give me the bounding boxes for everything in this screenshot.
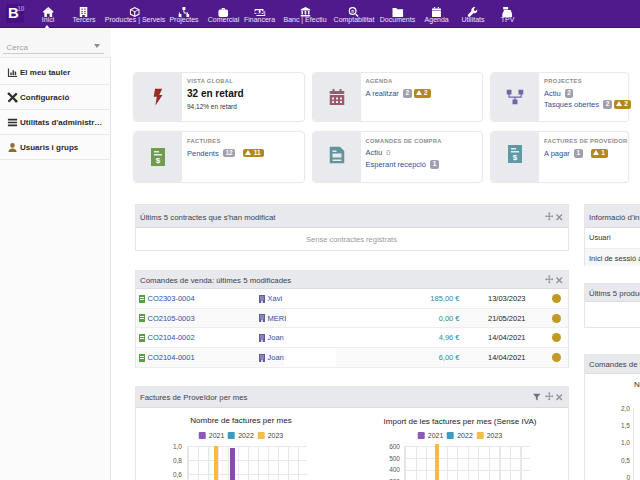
svg-text:$: $ <box>513 152 518 161</box>
svg-text:$: $ <box>156 155 161 164</box>
